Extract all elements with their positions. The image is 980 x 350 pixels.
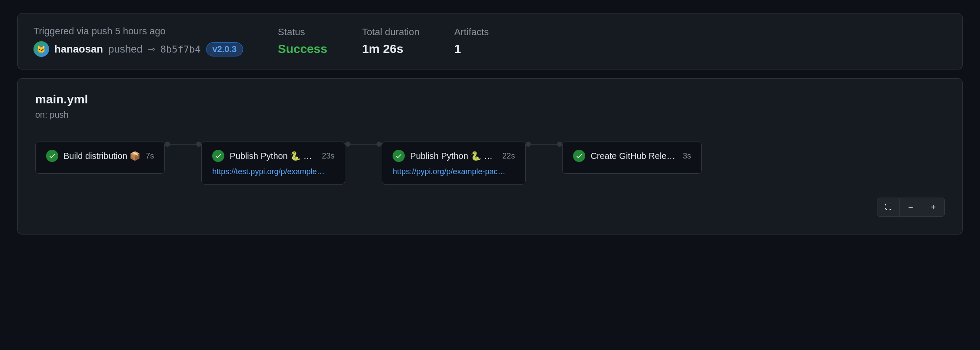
pushed-text: pushed <box>108 43 143 55</box>
job-duration-3: 22s <box>502 152 515 161</box>
workflow-title: main.yml <box>35 92 945 106</box>
job-flow: Build distribution 📦 7s Publish Python 🐍… <box>35 142 945 185</box>
success-icon-1 <box>46 150 58 162</box>
job-box-4[interactable]: Create GitHub Release wit... 3s <box>562 142 702 174</box>
connector-dot-2 <box>345 142 350 147</box>
status-label: Status <box>278 26 327 38</box>
connector-dot-1b <box>196 142 201 147</box>
connector-dot-2b <box>377 142 382 147</box>
trigger-label: Triggered via push 5 hours ago <box>33 26 243 37</box>
workflow-card: main.yml on: push Build distribution 📦 7… <box>17 78 963 234</box>
commit-hash: 8b5f7b4 <box>160 44 201 55</box>
job-box-1[interactable]: Build distribution 📦 7s <box>35 142 165 174</box>
status-value: Success <box>278 42 327 56</box>
success-icon-2 <box>212 150 224 162</box>
zoom-out-button[interactable]: − <box>900 198 922 217</box>
connector-dot-1 <box>165 142 170 147</box>
job-link-2[interactable]: https://test.pypi.org/p/example-packag..… <box>212 165 325 176</box>
job-inner-1: Build distribution 📦 7s <box>46 150 154 162</box>
connector-1 <box>165 142 201 147</box>
workflow-subtitle: on: push <box>35 110 945 120</box>
connector-line-1 <box>170 144 196 145</box>
connector-2 <box>345 142 382 147</box>
connector-dot-3 <box>526 142 531 147</box>
job-link-3[interactable]: https://pypi.org/p/example-package-ha... <box>393 165 506 176</box>
job-inner-3: Publish Python 🐍 distribu... 22s <box>393 150 515 162</box>
job-inner-2: Publish Python 🐍 distribu... 23s <box>212 150 334 162</box>
fullscreen-button[interactable]: ⛶ <box>877 198 900 217</box>
trigger-section: Triggered via push 5 hours ago 🐱 hanaosa… <box>33 26 243 57</box>
job-name-4: Create GitHub Release wit... <box>590 151 677 161</box>
artifacts-section: Artifacts 1 <box>454 26 489 56</box>
job-name-2: Publish Python 🐍 distribu... <box>230 151 317 161</box>
status-section: Status Success <box>278 26 327 56</box>
connector-dot-3b <box>557 142 562 147</box>
job-name-3: Publish Python 🐍 distribu... <box>410 151 497 161</box>
username: hanaosan <box>54 43 103 55</box>
connector-line-3 <box>531 144 557 145</box>
zoom-controls: ⛶ − + <box>35 198 945 217</box>
tag-badge[interactable]: v2.0.3 <box>206 42 243 56</box>
trigger-info: 🐱 hanaosan pushed ⊸ 8b5f7b4 v2.0.3 <box>33 41 243 57</box>
connector-3 <box>526 142 562 147</box>
artifacts-value: 1 <box>454 42 489 56</box>
duration-value: 1m 26s <box>362 42 420 56</box>
success-icon-4 <box>573 150 585 162</box>
connector-line-2 <box>350 144 377 145</box>
job-box-3[interactable]: Publish Python 🐍 distribu... 22s https:/… <box>382 142 526 185</box>
job-box-2[interactable]: Publish Python 🐍 distribu... 23s https:/… <box>201 142 345 185</box>
zoom-in-button[interactable]: + <box>922 198 945 217</box>
success-icon-3 <box>393 150 405 162</box>
job-duration-4: 3s <box>683 152 691 161</box>
artifacts-label: Artifacts <box>454 26 489 38</box>
job-inner-4: Create GitHub Release wit... 3s <box>573 150 691 162</box>
duration-label: Total duration <box>362 26 420 38</box>
job-name-1: Build distribution 📦 <box>63 151 140 161</box>
job-duration-1: 7s <box>146 152 154 161</box>
commit-icon: ⊸ <box>148 44 155 54</box>
avatar: 🐱 <box>33 41 49 57</box>
job-duration-2: 23s <box>322 152 334 161</box>
duration-section: Total duration 1m 26s <box>362 26 420 56</box>
summary-card: Triggered via push 5 hours ago 🐱 hanaosa… <box>17 13 963 69</box>
